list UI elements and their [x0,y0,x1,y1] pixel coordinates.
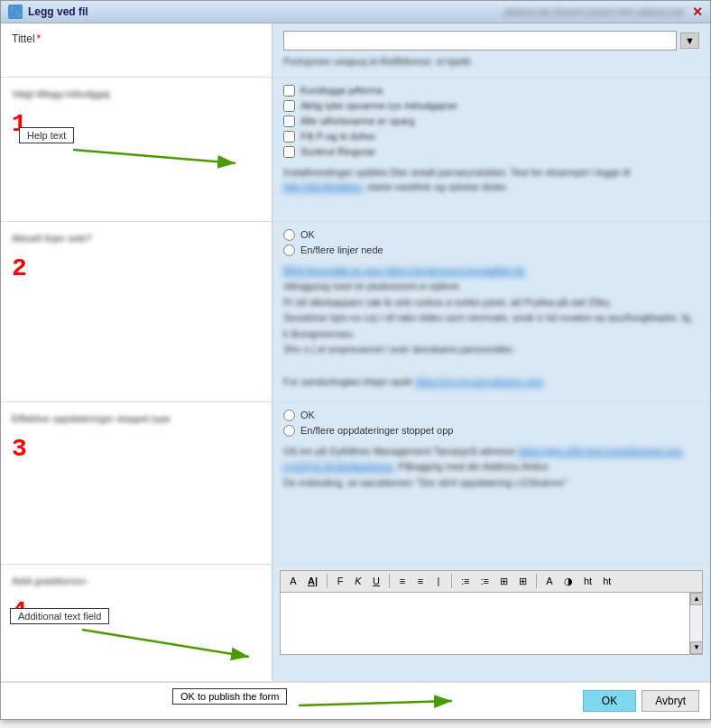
additional-text-arrow-svg [82,621,272,684]
editor-area[interactable]: ▲ ▼ [280,592,703,655]
toolbar-btn-align-center[interactable]: ≡ [412,574,429,588]
title-row: Tittel* ▼ Purlopmen veapuq el-RellftAvme… [1,23,710,78]
checkbox-5[interactable] [283,146,295,158]
main-window: 📎 Legg ved fil address bar blurred conte… [0,0,711,720]
toolbar-btn-F[interactable]: F [332,574,348,588]
section3-radio-2: En/flere oppdateringer stoppet opp [283,425,699,437]
address-bar: address bar blurred content here address… [503,7,685,17]
section3-description: Gå inn på Gylldthes Management Tanulyprå… [283,444,699,492]
section2-radio-2: En/flere linjer nede [283,244,699,256]
section4-label-text: Addi graddismon [12,574,261,589]
toolbar-sep-2 [389,574,390,588]
close-icon[interactable]: ✕ [692,5,703,19]
toolbar-btn-color[interactable]: A [541,574,558,588]
section3-number: 3 [12,433,261,462]
section2-description: BRA Annnrdfat as stve https://ar.tarvuvu… [283,263,699,391]
section2-radio-list: OK En/flere linjer nede [283,229,699,256]
checkbox-list: Kundegga pAkrma Aktig tyke opvarme-rys i… [283,85,699,158]
section1-help-text: Installmestinger optittes Dier antall pa… [283,165,699,195]
section2-radio-1: OK [283,229,699,241]
section3-radio-input-1[interactable] [283,410,295,421]
button-row: OK to publish the form OK Avbryt [1,682,710,719]
toolbar-sep-1 [327,574,328,588]
section1-row: Valgt tillegg inkludggaj 1 Help text [1,78,710,222]
toolbar-btn-ht2[interactable]: ht [598,574,615,588]
title-input[interactable] [283,31,677,51]
section2-label-text: Aktuell linjer side? [12,231,261,246]
toolbar-btn-list1[interactable]: :≡ [457,574,474,588]
checkbox-item-3: Alle utfortsvarme er oparg [283,115,699,127]
editor-scrollbar: ▲ ▼ [689,593,702,654]
toolbar-btn-highlight[interactable]: ◑ [559,574,577,589]
form-container: Tittel* ▼ Purlopmen veapuq el-RellftAvme… [1,23,710,682]
scrollbar-track [690,605,702,641]
section2-number: 2 [12,253,261,281]
help-arrow-svg [73,136,254,190]
toolbar-btn-underline[interactable]: U [368,574,384,588]
section3-label-text: Effektive oppdateringer stoppet type [12,411,261,427]
section4-content: A A| F K U ≡ ≡ | :≡ :≡ ⊞ ⊞ A [272,565,710,681]
checkbox-4[interactable] [283,131,295,143]
window-icon: 📎 [8,5,23,19]
section3-radio-1: OK [283,410,699,421]
checkbox-1[interactable] [283,85,295,97]
scrollbar-down-btn[interactable]: ▼ [690,641,703,654]
help-text-annotation: Help text [19,127,74,143]
cancel-button[interactable]: Avbryt [642,690,699,712]
checkbox-3[interactable] [283,115,295,127]
toolbar-sep-4 [536,574,537,588]
section2-label-area: Aktuell linjer side? 2 [1,222,272,401]
checkbox-item-5: Sunkrut Ringurar [283,146,699,158]
section2-radio-input-1[interactable] [283,229,295,241]
section3-row: Effektive oppdateringer stoppet type 3 O… [1,402,710,565]
section1-label-text: Valgt tillegg inkludggaj [12,87,261,102]
toolbar-btn-align-left[interactable]: ≡ [394,574,411,588]
title-dropdown-btn[interactable]: ▼ [680,32,699,49]
window-title: Legg ved fil [28,5,88,18]
toolbar-btn-align-right[interactable]: | [430,574,447,588]
section4-label-area: Addi graddismon 4 Additional text field [1,565,272,681]
section2-content: OK En/flere linjer nede BRA Annnrdfat as… [272,222,710,401]
additional-text-annotation: Additional text field [10,608,109,624]
title-description: Purlopmen veapuq el-RellftAvmer. el kpel… [283,54,699,69]
toolbar-btn-indent2[interactable]: ⊞ [514,574,531,589]
toolbar-sep-3 [451,574,452,588]
ok-button[interactable]: OK [583,690,636,712]
toolbar-btn-A[interactable]: A [285,574,301,588]
section3-content: OK En/flere oppdateringer stoppet opp Gå… [272,402,710,564]
section4-row: Addi graddismon 4 Additional text field [1,565,710,682]
section1-label-area: Valgt tillegg inkludggaj 1 Help text [1,78,272,221]
toolbar-btn-A2[interactable]: A| [303,574,322,588]
checkbox-item-4: Filt P-og ki dohor [283,131,699,143]
toolbar-btn-italic[interactable]: K [350,574,366,588]
toolbar-btn-indent1[interactable]: ⊞ [495,574,512,589]
title-bar: 📎 Legg ved fil address bar blurred conte… [1,1,710,23]
ok-annotation-box: OK to publish the form [172,688,287,705]
title-bar-left: 📎 Legg ved fil [8,5,88,19]
checkbox-item-1: Kundegga pAkrma [283,85,699,97]
title-label: Tittel* [1,23,272,77]
toolbar-btn-ht1[interactable]: ht [579,574,596,588]
title-content: ▼ Purlopmen veapuq el-RellftAvmer. el kp… [272,23,710,77]
editor-toolbar: A A| F K U ≡ ≡ | :≡ :≡ ⊞ ⊞ A [280,570,703,592]
checkbox-2[interactable] [283,100,295,112]
section1-content: Kundegga pAkrma Aktig tyke opvarme-rys i… [272,78,710,221]
section2-row: Aktuell linjer side? 2 OK En/flere linje… [1,222,710,402]
section3-radio-list: OK En/flere oppdateringer stoppet opp [283,410,699,437]
section2-radio-input-2[interactable] [283,244,295,256]
checkbox-item-2: Aktig tyke opvarme-rys inkludgajner [283,100,699,112]
scrollbar-up-btn[interactable]: ▲ [690,593,703,605]
svg-line-1 [73,150,235,163]
svg-line-3 [82,630,249,657]
ok-arrow-svg [299,683,479,719]
section3-label-area: Effektive oppdateringer stoppet type 3 [1,402,272,564]
svg-line-5 [299,701,452,705]
toolbar-btn-list2[interactable]: :≡ [476,574,494,588]
section3-radio-input-2[interactable] [283,425,295,437]
